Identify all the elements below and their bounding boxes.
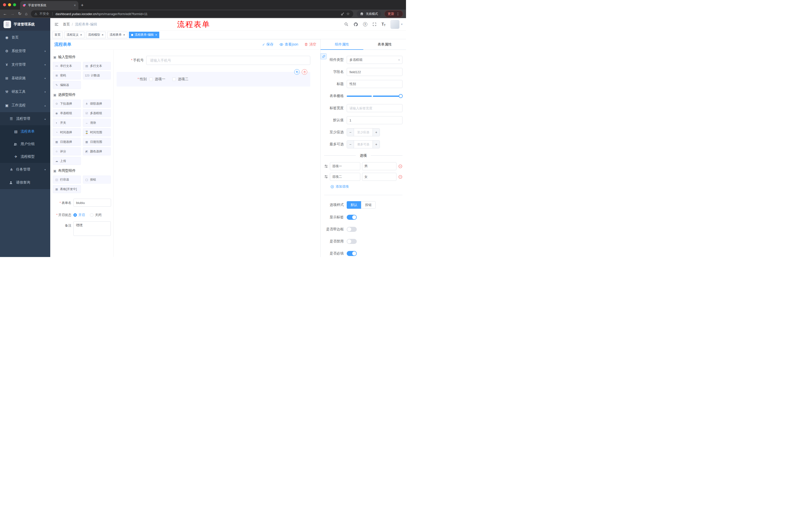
close-icon[interactable]: ×: [102, 33, 104, 36]
style-default-button[interactable]: 默认: [347, 201, 361, 209]
tag-process-model[interactable]: 流程模型 ×: [86, 32, 106, 38]
sidebar-item-system[interactable]: ⚙ 系统管理 ▾: [0, 44, 50, 58]
tag-process-form[interactable]: 流程表单 ×: [107, 32, 127, 38]
browser-menu-dots-icon[interactable]: ⋮: [396, 12, 400, 16]
disabled-toggle[interactable]: [347, 239, 357, 244]
drag-handle-icon[interactable]: [324, 175, 328, 179]
close-window-button[interactable]: [3, 3, 6, 6]
sidebar-item-process-manage[interactable]: ☰ 流程管理 ▴: [0, 112, 50, 125]
sidebar-item-process-form[interactable]: ▤ 流程表单: [0, 125, 50, 138]
component-item-time-picker[interactable]: ◔时间选择: [53, 128, 81, 136]
forward-button[interactable]: →: [10, 12, 14, 16]
min-select-input[interactable]: [354, 129, 373, 136]
save-button[interactable]: ✓ 保存: [262, 42, 273, 47]
close-icon[interactable]: ×: [80, 33, 82, 36]
font-size-icon[interactable]: TT: [382, 22, 386, 27]
component-item-slider[interactable]: ↔滑块: [83, 119, 111, 127]
default-value-input[interactable]: [347, 116, 403, 124]
delete-field-button[interactable]: [302, 69, 307, 75]
bookmark-star-icon[interactable]: ☆: [346, 11, 350, 16]
component-item-color-picker[interactable]: ◩颜色选择: [83, 147, 111, 155]
increment-button[interactable]: +: [373, 141, 380, 148]
hamburger-icon[interactable]: [50, 18, 63, 31]
view-json-button[interactable]: 查看json: [279, 42, 298, 47]
remove-option-icon[interactable]: [398, 164, 403, 168]
label-width-input[interactable]: [347, 104, 403, 112]
status-off-radio[interactable]: 关闭: [90, 213, 102, 217]
sidebar-item-process-model[interactable]: ✈ 流程模型: [0, 151, 50, 163]
component-item-row-container[interactable]: ◫行容器: [53, 175, 81, 184]
max-select-input[interactable]: [354, 141, 373, 148]
app-logo[interactable]: 芋道管理系统: [0, 18, 50, 31]
component-item-counter[interactable]: 123计数器: [83, 72, 111, 79]
component-item-radio-group[interactable]: ◉单选框组: [53, 109, 81, 117]
slider-handle[interactable]: [399, 94, 403, 98]
increment-button[interactable]: +: [373, 129, 380, 136]
option-label-input[interactable]: [330, 173, 360, 181]
component-item-rate[interactable]: ☆评分: [53, 147, 81, 155]
component-item-checkbox-group[interactable]: ☑多选框组: [83, 109, 111, 117]
minimize-window-button[interactable]: [8, 3, 11, 6]
add-option-button[interactable]: 添加选项: [330, 184, 403, 189]
status-on-radio[interactable]: 开启: [74, 213, 85, 217]
component-item-select[interactable]: ⊙下拉选择: [53, 100, 81, 108]
sidebar-item-devtools[interactable]: ⚒ 研发工具 ▾: [0, 85, 50, 99]
component-item-switch[interactable]: ◐开关: [53, 119, 81, 127]
sidebar-item-workflow[interactable]: ▣ 工作流程 ▴: [0, 99, 50, 112]
help-icon[interactable]: ?: [363, 22, 367, 26]
component-item-button[interactable]: ▢按钮: [83, 175, 111, 184]
remove-option-icon[interactable]: [398, 175, 403, 179]
user-menu[interactable]: ▾: [390, 20, 403, 29]
component-type-select[interactable]: 多选框组 ▾: [347, 56, 403, 64]
decrement-button[interactable]: −: [347, 141, 354, 148]
component-item-cascader[interactable]: ⋔级联选择: [83, 100, 111, 108]
sidebar-item-payment[interactable]: ¥ 支付管理 ▾: [0, 58, 50, 72]
component-item-password[interactable]: ⊠密码: [53, 72, 81, 79]
drag-handle-icon[interactable]: [324, 164, 328, 168]
decrement-button[interactable]: −: [347, 129, 354, 136]
update-button[interactable]: 更新 ⋮: [384, 10, 403, 17]
address-bar[interactable]: ⚠ 不安全 dashboard.yudao.iocoder.cn/bpm/man…: [31, 10, 353, 17]
option-value-input[interactable]: [362, 162, 397, 170]
canvas-field-phone[interactable]: *手机号: [117, 56, 310, 65]
tag-process-form-edit[interactable]: 流程表单-编辑 ×: [129, 32, 160, 38]
link-icon[interactable]: [321, 53, 327, 59]
reload-button[interactable]: ↻: [18, 12, 21, 16]
form-name-input[interactable]: [74, 199, 111, 207]
close-icon[interactable]: ×: [123, 33, 125, 36]
back-button[interactable]: ←: [3, 12, 7, 16]
github-icon[interactable]: [353, 22, 358, 27]
sidebar-item-user-group[interactable]: 用户分组: [0, 138, 50, 151]
gender-option2-checkbox[interactable]: 选项二: [172, 77, 188, 81]
field-name-input[interactable]: [347, 68, 403, 76]
clear-button[interactable]: 清空: [304, 42, 316, 47]
fullscreen-icon[interactable]: [372, 22, 377, 26]
search-icon[interactable]: [344, 22, 348, 26]
required-toggle[interactable]: [347, 251, 357, 256]
component-item-single-text[interactable]: ▭单行文本: [53, 62, 81, 70]
sidebar-item-infrastructure[interactable]: ⊞ 基础设施 ▾: [0, 72, 50, 85]
browser-tab[interactable]: 芋道管理系统 ×: [20, 1, 78, 9]
phone-input[interactable]: [146, 56, 310, 65]
tag-home[interactable]: 首页: [52, 32, 63, 38]
canvas-field-gender[interactable]: *性别 选项一 选项二: [117, 72, 310, 86]
option-value-input[interactable]: [362, 173, 397, 181]
component-item-table[interactable]: ▦表格[开发中]: [53, 185, 81, 193]
sidebar-item-task-manage[interactable]: ⋔ 任务管理 ▾: [0, 163, 50, 176]
component-item-time-range[interactable]: ⌛时间范围: [83, 128, 111, 136]
title-input[interactable]: [347, 80, 403, 88]
style-button-button[interactable]: 按钮: [361, 201, 376, 209]
show-label-toggle[interactable]: [347, 215, 357, 220]
component-item-editor[interactable]: ✎编辑器: [53, 81, 81, 89]
tag-process-definition[interactable]: 流程定义 ×: [64, 32, 84, 38]
tab-close-icon[interactable]: ×: [74, 3, 76, 7]
breadcrumb-home[interactable]: 首页: [63, 22, 70, 27]
copy-field-button[interactable]: [294, 69, 300, 75]
sidebar-item-leave-query[interactable]: 请假查询: [0, 176, 50, 189]
component-item-upload[interactable]: ☁上传: [53, 157, 81, 165]
key-icon[interactable]: [341, 12, 344, 16]
remark-textarea[interactable]: 嘿嘿: [74, 221, 111, 236]
component-item-date-picker[interactable]: ▦日期选择: [53, 138, 81, 146]
close-icon[interactable]: ×: [155, 33, 157, 36]
grid-slider[interactable]: [347, 92, 401, 100]
